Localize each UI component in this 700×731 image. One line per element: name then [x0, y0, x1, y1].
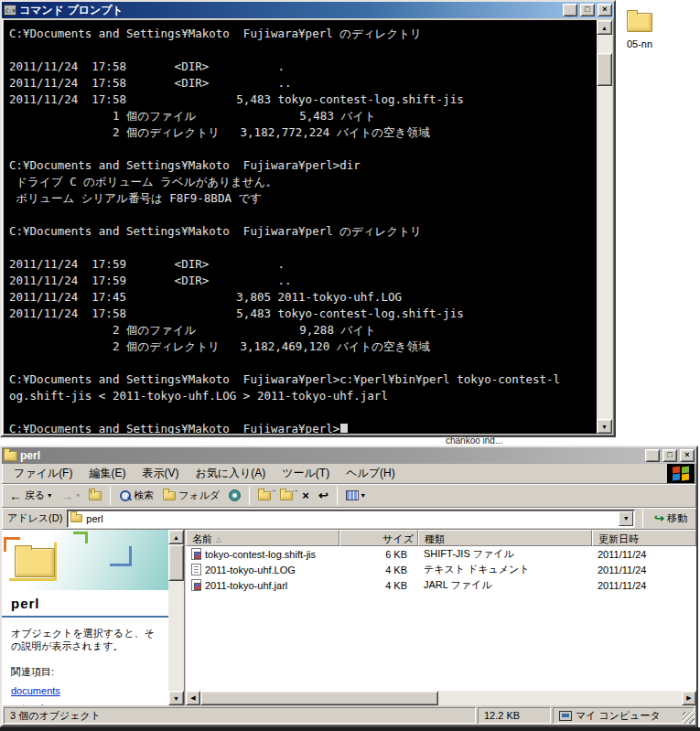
menu-help[interactable]: ヘルプ(H) [338, 463, 404, 484]
delete-icon: × [302, 489, 309, 501]
file-row[interactable]: 2011-tokyo-uhf.jarl 4 KB JARL ファイル 2011/… [186, 577, 696, 593]
explorer-maximize-button[interactable]: □ [662, 449, 677, 462]
scroll-down-button[interactable]: ▼ [168, 691, 184, 705]
explorer-content: perl オブジェクトを選択すると、その説明が表示されます。 関連項目: doc… [2, 530, 696, 705]
terminal-close-button[interactable]: × [598, 4, 612, 16]
file-row[interactable]: 2011-tokyo-uhf.LOG 4 KB テキスト ドキュメント 2011… [186, 562, 696, 577]
scrollbar-thumb[interactable] [597, 53, 612, 86]
terminal-line [9, 141, 594, 157]
scroll-up-button[interactable]: ▲ [168, 530, 184, 544]
terminal-line: 2011/11/24 17:58 5,483 tokyo-contest-log… [9, 306, 594, 322]
windows-logo [667, 464, 695, 483]
address-value: perl [86, 513, 615, 524]
status-object-count: 3 個のオブジェクト [4, 707, 476, 724]
views-button[interactable]: ▾ [342, 489, 369, 502]
column-header-date[interactable]: 更新日時 [592, 530, 696, 546]
file-type: SHIFT-JIS ファイル [418, 547, 592, 561]
scrollbar-thumb[interactable] [200, 691, 438, 705]
ms-dos-icon: C:¥ [4, 5, 16, 16]
forward-button[interactable]: → ▾ [57, 488, 83, 504]
scroll-right-button[interactable]: ▶ [682, 691, 696, 705]
terminal-line [9, 404, 594, 421]
status-total-size: 12.2 KB [478, 707, 551, 724]
address-combo[interactable]: perl ▼ [67, 510, 635, 528]
terminal-output[interactable]: C:¥Documents and Settings¥Makoto Fujiwar… [4, 20, 612, 434]
views-dropdown-icon[interactable]: ▾ [361, 491, 365, 500]
menu-tools[interactable]: ツール(T) [274, 463, 338, 484]
filelist-horizontal-scrollbar[interactable]: ◀ ▶ [186, 691, 696, 705]
terminal-line: 2 個のディレクトリ 3,182,469,120 バイトの空き領域 [9, 339, 594, 355]
move-to-button[interactable]: → [254, 489, 275, 502]
scroll-down-button[interactable]: ▼ [597, 419, 612, 434]
undo-button[interactable]: ↩ [315, 488, 332, 503]
addressbar-separator [642, 510, 643, 528]
scroll-up-icon: ▲ [601, 25, 608, 31]
column-header-name[interactable]: 名前 △ [186, 530, 339, 546]
address-bar: アドレス(D) perl ▼ ↪ 移動 [2, 508, 696, 530]
file-size: 4 KB [339, 580, 418, 591]
scroll-left-icon: ◀ [190, 694, 195, 702]
explorer-titlebar[interactable]: perl _ □ × [2, 447, 696, 464]
go-label: 移動 [667, 511, 687, 525]
terminal-line: C:¥Documents and Settings¥Makoto Fujiwar… [9, 26, 594, 42]
close-icon: × [684, 451, 689, 459]
address-dropdown-button[interactable]: ▼ [619, 511, 633, 526]
banner-bracket [110, 546, 132, 566]
menu-edit[interactable]: 編集(E) [81, 463, 134, 484]
scroll-up-button[interactable]: ▲ [597, 20, 612, 35]
terminal-line: 2 個のファイル 9,288 バイト [9, 322, 594, 339]
scroll-left-button[interactable]: ◀ [186, 691, 200, 705]
desktop-folder-icon[interactable]: 05-nn [616, 13, 663, 49]
terminal-maximize-button[interactable]: □ [580, 4, 595, 16]
terminal-titlebar[interactable]: C:¥ コマンド プロンプト _ □ × [2, 2, 614, 18]
delete-button[interactable]: × [298, 488, 313, 503]
scrollbar-thumb[interactable] [168, 544, 184, 581]
column-header-size[interactable]: サイズ [339, 530, 418, 546]
up-arrow-icon: ↑ [89, 488, 93, 497]
column-header-type[interactable]: 種類 [418, 530, 592, 546]
sidebar-link-documents[interactable]: documents [2, 679, 168, 696]
terminal-scrollbar[interactable]: ▲ ▼ [597, 20, 612, 434]
forward-dropdown-icon[interactable]: ▾ [76, 491, 80, 500]
sort-ascending-icon: △ [216, 535, 221, 543]
banner-folder-icon [15, 548, 55, 577]
folders-button[interactable]: フォルダ [159, 487, 223, 504]
menu-file[interactable]: ファイル(F) [5, 463, 81, 484]
terminal-line: og.shift-jis < 2011-tokyo-uhf.LOG > 2011… [9, 388, 594, 404]
terminal-title: コマンド プロンプト [19, 3, 124, 18]
up-button[interactable]: ↑ [85, 489, 105, 502]
menu-favorites[interactable]: お気に入り(A) [187, 463, 274, 484]
file-row[interactable]: tokyo-contest-log.shift-jis 6 KB SHIFT-J… [186, 546, 696, 562]
banner-bracket [73, 532, 88, 543]
file-name: tokyo-contest-log.shift-jis [205, 549, 316, 560]
toolbar-separator [249, 487, 250, 505]
history-button[interactable] [225, 488, 244, 503]
terminal-minimize-button[interactable]: _ [563, 4, 577, 16]
sidebar-link-network[interactable]: network [2, 696, 168, 705]
minimize-icon: _ [650, 455, 654, 463]
terminal-line: C:¥Documents and Settings¥Makoto Fujiwar… [9, 223, 594, 240]
resize-grip[interactable] [683, 712, 695, 724]
terminal-line [9, 207, 594, 223]
copy-to-button[interactable]: → [276, 489, 296, 502]
go-button[interactable]: ↪ 移動 [651, 510, 691, 527]
minimize-icon: _ [567, 9, 572, 17]
search-button[interactable]: 検索 [115, 487, 157, 504]
terminal-line [9, 240, 594, 256]
menu-view[interactable]: 表示(V) [134, 463, 187, 484]
search-label: 検索 [134, 489, 154, 502]
toolbar-separator [110, 487, 111, 505]
explorer-close-button[interactable]: × [680, 449, 695, 462]
back-dropdown-icon[interactable]: ▾ [48, 491, 51, 500]
terminal-line [9, 355, 594, 371]
file-date: 2011/11/24 [592, 580, 696, 591]
back-button[interactable]: ← 戻る ▾ [5, 487, 55, 504]
close-icon: × [602, 5, 607, 14]
terminal-line: 2011/11/24 17:58 <DIR> . [9, 59, 594, 75]
sidebar-scrollbar[interactable]: ▲ ▼ [168, 530, 184, 705]
toolbar: ← 戻る ▾ → ▾ ↑ 検索 フォルダ → → [2, 484, 696, 508]
sidebar-folder-name: perl [2, 590, 168, 616]
scroll-right-icon: ▶ [686, 694, 691, 702]
file-name: 2011-tokyo-uhf.jarl [205, 580, 287, 591]
explorer-minimize-button[interactable]: _ [645, 449, 660, 462]
